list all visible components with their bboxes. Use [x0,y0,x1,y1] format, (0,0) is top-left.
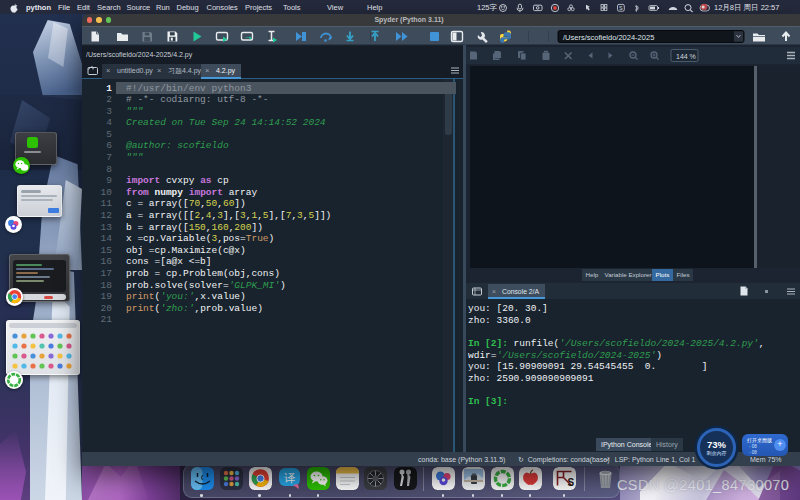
svg-text:译: 译 [284,472,295,484]
svg-text:144 %: 144 % [676,53,696,60]
svg-text:S: S [619,4,623,10]
svg-text:S: S [567,477,574,488]
svg-text:/Users/scofieldo/2024-2025: /Users/scofieldo/2024-2025 [563,33,654,42]
